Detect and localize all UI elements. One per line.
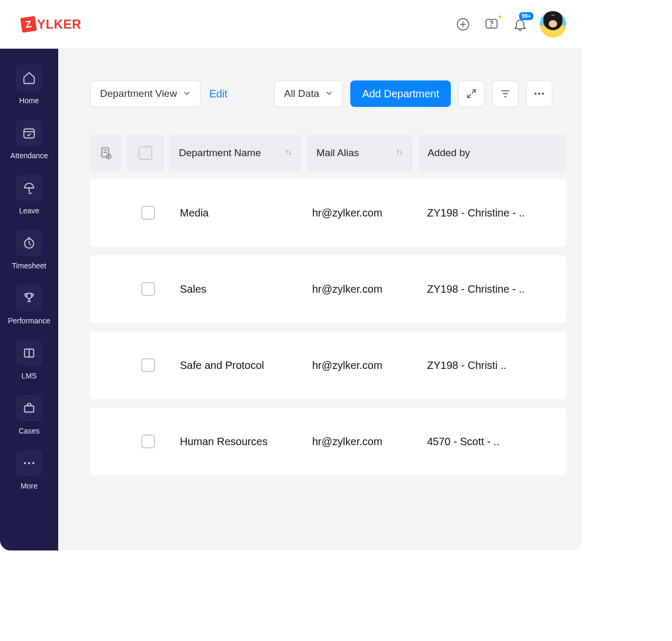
home-icon [16,65,42,91]
row-department-name: Human Resources [169,436,312,448]
add-icon[interactable] [454,15,472,33]
briefcase-icon [16,395,42,421]
sidebar-item-leave[interactable]: Leave [16,175,42,215]
header: Z YLKER 99+ [0,0,582,49]
row-select[interactable] [127,435,169,448]
svg-rect-5 [24,129,34,138]
checkbox[interactable] [141,282,155,296]
column-label: Mail Alias [316,147,359,159]
app-window: Z YLKER 99+ Home [0,0,582,550]
table-select-all[interactable] [127,134,164,171]
edit-link[interactable]: Edit [209,88,227,100]
sidebar: Home Attendance Leave Timesheet [0,49,58,550]
column-mail-alias[interactable]: Mail Alias [307,134,413,171]
row-select[interactable] [127,206,169,220]
sidebar-item-cases[interactable]: Cases [16,395,42,435]
more-icon [16,450,42,476]
table-header: Department Name Mail Alias Added by [90,134,566,171]
sidebar-label: Attendance [11,151,48,160]
row-department-name: Safe and Protocol [169,359,312,372]
row-added-by: ZY198 - Christine - .. [426,207,566,219]
notification-badge: 99+ [519,12,533,20]
column-label: Added by [428,147,470,159]
checkbox[interactable] [139,146,152,160]
column-added-by[interactable]: Added by [418,134,566,171]
sidebar-item-home[interactable]: Home [16,65,42,105]
svg-point-16 [24,462,26,464]
filter-button[interactable] [492,80,519,107]
avatar[interactable] [540,11,566,38]
brand-name: YLKER [37,17,81,32]
sort-icon [285,148,292,158]
svg-point-4 [491,25,492,26]
svg-point-22 [534,93,537,95]
sidebar-label: Performance [8,317,50,325]
row-mail-alias: hr@zylker.com [312,436,426,448]
more-actions-button[interactable] [526,80,552,107]
svg-point-18 [32,462,34,464]
book-icon [16,340,42,366]
row-mail-alias: hr@zylker.com [312,359,426,372]
header-actions: 99+ [454,11,566,38]
data-filter-dropdown[interactable]: All Data [274,80,343,107]
sort-icon [396,148,403,158]
row-select[interactable] [127,282,169,296]
trophy-icon [16,285,42,311]
sidebar-label: Cases [19,427,40,435]
stopwatch-icon [16,230,42,256]
expand-button[interactable] [458,80,485,107]
sidebar-label: LMS [22,372,37,380]
sidebar-label: Home [19,96,39,105]
svg-point-17 [28,462,30,464]
sidebar-label: Timesheet [12,261,47,270]
row-mail-alias: hr@zylker.com [312,283,426,295]
row-department-name: Media [169,207,312,219]
sidebar-label: More [21,482,38,490]
notifications-icon[interactable]: 99+ [511,15,529,33]
row-select[interactable] [127,358,169,372]
svg-point-24 [542,93,544,95]
add-department-button[interactable]: Add Department [350,80,451,107]
sidebar-label: Leave [19,206,39,215]
view-dropdown[interactable]: Department View [90,80,201,107]
svg-rect-15 [24,406,33,412]
brand-logo[interactable]: Z YLKER [21,17,81,32]
row-department-name: Sales [169,283,312,295]
table-row[interactable]: Saleshr@zylker.comZY198 - Christine - .. [90,255,566,323]
table-row[interactable]: Safe and Protocolhr@zylker.comZY198 - Ch… [90,331,566,399]
table-column-icon[interactable] [90,134,122,171]
checkbox[interactable] [141,435,155,448]
row-added-by: ZY198 - Christine - .. [426,283,566,295]
view-dropdown-label: Department View [100,88,177,100]
logo-mark: Z [20,16,37,33]
svg-point-23 [538,93,540,95]
toolbar: Department View Edit All Data Add Depart… [90,80,566,107]
sidebar-item-performance[interactable]: Performance [8,285,50,325]
sidebar-item-lms[interactable]: LMS [16,340,42,380]
data-filter-label: All Data [284,88,320,100]
row-added-by: 4570 - Scott - .. [426,436,566,448]
column-department-name[interactable]: Department Name [169,134,302,171]
column-label: Department Name [179,147,261,159]
body: Home Attendance Leave Timesheet [0,49,582,550]
table-row[interactable]: Human Resourceshr@zylker.com4570 - Scott… [90,408,566,475]
chevron-down-icon [325,88,333,100]
row-mail-alias: hr@zylker.com [312,207,426,219]
umbrella-icon [16,175,42,201]
sidebar-item-more[interactable]: More [16,450,42,490]
checkbox[interactable] [141,358,155,372]
table-row[interactable]: Mediahr@zylker.comZY198 - Christine - .. [90,179,566,247]
table-body: Mediahr@zylker.comZY198 - Christine - ..… [90,179,566,475]
sidebar-item-timesheet[interactable]: Timesheet [12,230,47,270]
main-content: Department View Edit All Data Add Depart… [58,49,582,550]
checkbox[interactable] [141,206,155,220]
calendar-icon [16,120,42,146]
sidebar-item-attendance[interactable]: Attendance [11,120,48,160]
row-added-by: ZY198 - Christi .. [426,359,566,372]
help-icon[interactable] [483,15,501,33]
chevron-down-icon [183,88,190,100]
